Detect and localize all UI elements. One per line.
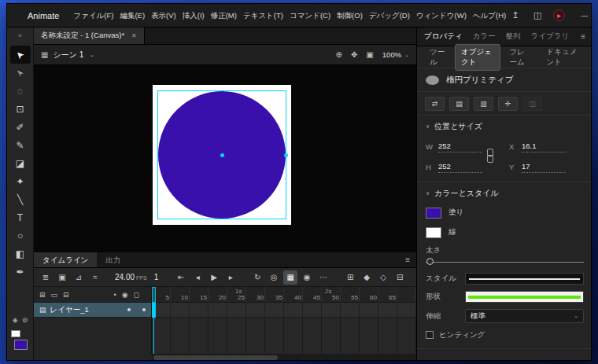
timeline-horizontal-scrollbar[interactable] <box>152 354 416 361</box>
paint-bucket-tool[interactable]: ◧ <box>10 245 31 263</box>
properties-subtab[interactable]: オブジェクト <box>455 44 500 71</box>
remove-frame-button[interactable]: ⊟ <box>393 270 407 285</box>
graph-view-icon[interactable]: ≈ <box>88 270 102 285</box>
menu-item[interactable]: 挿入(I) <box>179 4 208 28</box>
menu-item[interactable]: デバッグ(D) <box>366 4 413 28</box>
test-movie-button[interactable]: ▶ <box>553 9 565 21</box>
insert-keyframe-button[interactable]: ◆ <box>360 270 374 285</box>
layer-frames-row[interactable] <box>152 303 416 318</box>
onion-skin-button[interactable]: ◎ <box>267 270 281 285</box>
brush-tool[interactable]: ✐ <box>10 118 31 136</box>
clip-content-button[interactable]: ▣ <box>366 50 373 59</box>
hinting-checkbox[interactable] <box>426 331 434 339</box>
loop-button[interactable]: ↻ <box>250 270 264 285</box>
menu-item[interactable]: ヘルプ(H) <box>470 4 509 28</box>
step-forward-button[interactable]: ▸ <box>223 270 238 285</box>
menu-item[interactable]: ファイル(F) <box>70 4 116 28</box>
menu-item[interactable]: 編集(E) <box>116 4 148 28</box>
layer-name[interactable]: レイヤー_1 <box>50 305 89 315</box>
asset-warp-tool[interactable]: ✦ <box>10 172 31 190</box>
text-tool[interactable]: T <box>10 208 31 226</box>
minimize-button[interactable]: — <box>574 4 592 28</box>
lasso-tool[interactable]: ◌ <box>10 82 31 100</box>
document-tab[interactable]: 名称未設定 - 1 (Canvas)* ✕ <box>34 28 145 44</box>
center-stage-button[interactable]: ⊕ <box>336 50 342 59</box>
lock-column-icon[interactable]: ◻ <box>134 291 139 299</box>
pencil-tool[interactable]: ✎ <box>10 136 31 154</box>
selection-tool[interactable]: ➤ <box>10 46 31 64</box>
fill-color-swatch[interactable] <box>426 208 441 219</box>
swap-symbol-button[interactable]: ⇄ <box>425 97 445 111</box>
align-button[interactable]: ▤ <box>449 97 469 111</box>
insert-blank-keyframe-button[interactable]: ◇ <box>376 270 390 285</box>
stroke-color-chip[interactable] <box>11 330 20 337</box>
scrollbar-thumb[interactable] <box>153 355 278 360</box>
frame-picker-button[interactable]: ⋯ <box>316 270 330 285</box>
collapse-panel-icon[interactable]: » <box>18 30 22 41</box>
current-frame-field[interactable]: 1 <box>151 273 162 281</box>
eraser-tool[interactable]: ◪ <box>10 154 31 172</box>
x-field[interactable]: 16.1 <box>522 141 566 153</box>
selection-handle[interactable] <box>284 153 288 157</box>
layer-lock-dot[interactable] <box>142 308 146 311</box>
canvas-pasteboard[interactable] <box>34 65 416 252</box>
width-profile-dropdown[interactable] <box>465 291 584 303</box>
transform-center-point[interactable] <box>220 153 224 157</box>
free-transform-tool[interactable]: ⊡ <box>10 100 31 118</box>
section-header[interactable]: ∨ 位置とサイズ <box>426 121 584 132</box>
playhead[interactable] <box>152 287 156 303</box>
oval-tool[interactable]: ○ <box>10 226 31 245</box>
properties-subtab[interactable]: ツール <box>423 44 452 71</box>
panel-tab[interactable]: カラー <box>473 31 496 42</box>
object-drawing-toggle[interactable]: ⊚ <box>22 316 28 324</box>
delete-layer-button[interactable]: ⊟ <box>63 291 69 299</box>
frame-view-icon[interactable]: ⊿ <box>72 270 86 285</box>
stroke-style-dropdown[interactable] <box>465 273 584 285</box>
share-icon[interactable]: ↥ <box>509 10 522 20</box>
layer-visibility-dot[interactable] <box>127 308 131 311</box>
play-button[interactable]: ▶ <box>207 270 221 285</box>
frames-grid[interactable] <box>152 303 416 354</box>
menu-item[interactable]: ウィンドウ(W) <box>413 4 470 28</box>
slider-knob[interactable] <box>426 258 434 265</box>
panel-menu-icon[interactable]: ≡ <box>399 256 416 264</box>
rewind-button[interactable]: ⇤ <box>174 270 188 285</box>
y-field[interactable]: 17 <box>522 161 566 173</box>
scene-label[interactable]: シーン 1 <box>53 50 83 61</box>
panel-menu-icon[interactable]: ≡ <box>581 32 585 41</box>
close-tab-icon[interactable]: ✕ <box>131 32 137 39</box>
stage[interactable] <box>153 85 291 225</box>
stroke-weight-slider[interactable] <box>426 257 584 267</box>
menu-item[interactable]: コマンド(C) <box>286 4 334 28</box>
selection-bounding-box[interactable] <box>157 90 286 219</box>
edit-multiple-frames-button[interactable]: ▦ <box>283 270 297 285</box>
timeline-tab[interactable]: 出力 <box>97 252 129 267</box>
insert-frame-button[interactable]: ⊞ <box>343 270 357 285</box>
menu-item[interactable]: テキスト(T) <box>240 4 286 28</box>
panel-tab[interactable]: 整列 <box>506 31 521 42</box>
height-field[interactable]: 252 <box>438 161 482 173</box>
properties-subtab[interactable]: フレーム <box>503 44 537 71</box>
section-header[interactable]: ∨ カラーとスタイル <box>426 188 584 199</box>
panel-tab[interactable]: プロパティ <box>424 31 463 42</box>
link-width-height-icon[interactable] <box>486 149 493 163</box>
step-back-button[interactable]: ◂ <box>190 270 205 285</box>
subselection-tool[interactable]: ➢ <box>10 64 31 82</box>
onion-outline-button[interactable]: ◉ <box>300 270 314 285</box>
stroke-color-swatch[interactable] <box>426 227 441 238</box>
menu-item[interactable]: 表示(V) <box>148 4 179 28</box>
pan-view-button[interactable]: ✥ <box>351 50 357 59</box>
snap-to-objects-toggle[interactable]: ◈ <box>13 316 18 324</box>
layer-view-icon[interactable]: ≣ <box>39 270 53 285</box>
transform-button[interactable]: ✛ <box>498 97 518 111</box>
camera-icon[interactable]: ▣ <box>55 270 69 285</box>
workspace-icon[interactable]: ◫ <box>531 10 544 20</box>
eyedropper-tool[interactable]: ✒ <box>10 263 31 281</box>
properties-subtab[interactable]: ドキュメント <box>541 44 586 71</box>
menu-item[interactable]: 制御(O) <box>334 4 366 28</box>
panel-tab[interactable]: ライブラリ <box>531 31 570 42</box>
new-folder-button[interactable]: ▭ <box>51 291 58 299</box>
width-field[interactable]: 252 <box>438 141 482 153</box>
blend-button[interactable]: ◫ <box>522 97 542 111</box>
distribute-button[interactable]: ▥ <box>474 97 493 111</box>
